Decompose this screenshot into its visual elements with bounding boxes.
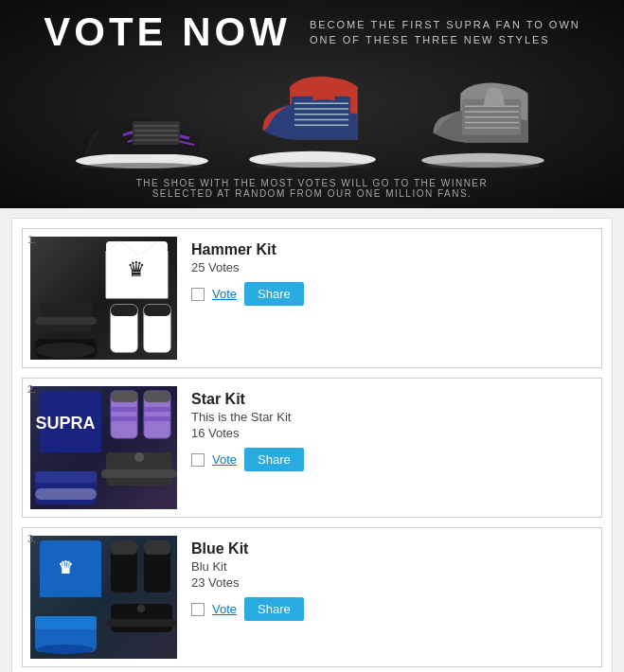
banner: VOTE NOW BECOME THE FIRST SUPRA FAN TO O… bbox=[0, 0, 624, 208]
svg-rect-49 bbox=[35, 488, 97, 500]
main-content: 1. ♛ Hammer Kit bbox=[11, 218, 613, 672]
item-info-2: Star Kit This is the Star Kit 16 Votes V… bbox=[191, 386, 594, 471]
item-actions-3: Vote Share bbox=[191, 597, 594, 621]
svg-rect-42 bbox=[144, 407, 170, 412]
banner-footer: THE SHOE WITH THE MOST VOTES WILL GO TO … bbox=[0, 178, 624, 199]
svg-rect-37 bbox=[111, 391, 137, 402]
banner-vote-now: VOTE NOW bbox=[44, 9, 291, 55]
item-votes-1: 25 Votes bbox=[191, 260, 594, 274]
svg-text:♛: ♛ bbox=[58, 558, 73, 577]
shoe-3: ✚ bbox=[407, 74, 559, 168]
shoe-1 bbox=[66, 93, 218, 168]
svg-rect-39 bbox=[111, 416, 137, 421]
item-card-3: 3. ♛ Blue Kit bbox=[22, 527, 602, 667]
svg-rect-43 bbox=[144, 416, 170, 421]
svg-rect-55 bbox=[144, 540, 170, 555]
banner-subtitle: BECOME THE FIRST SUPRA FAN TO OWN ONE OF… bbox=[310, 17, 580, 48]
item-image-1: ♛ bbox=[30, 237, 177, 360]
vote-checkbox-2[interactable] bbox=[191, 453, 205, 467]
shoe-2 bbox=[237, 69, 388, 168]
item-title-1: Hammer Kit bbox=[191, 241, 594, 258]
svg-rect-31 bbox=[144, 305, 170, 316]
item-desc-2: This is the Star Kit bbox=[191, 410, 594, 424]
share-button-1[interactable]: Share bbox=[244, 282, 304, 306]
item-image-2: SUPRA bbox=[30, 386, 177, 509]
item-title-3: Blue Kit bbox=[191, 540, 594, 557]
svg-rect-45 bbox=[101, 469, 177, 478]
banner-title-row: VOTE NOW BECOME THE FIRST SUPRA FAN TO O… bbox=[0, 9, 624, 55]
vote-link-1[interactable]: Vote bbox=[212, 287, 237, 301]
svg-rect-25 bbox=[35, 317, 97, 325]
item-card-2: 2. SUPRA bbox=[22, 378, 602, 518]
item-votes-2: 16 Votes bbox=[191, 426, 594, 440]
svg-point-61 bbox=[37, 645, 94, 654]
item-desc-3: Blu Kit bbox=[191, 559, 594, 574]
svg-text:♛: ♛ bbox=[127, 257, 146, 281]
item-info-1: Hammer Kit 25 Votes Vote Share bbox=[191, 237, 594, 306]
svg-point-58 bbox=[137, 605, 145, 612]
svg-rect-48 bbox=[35, 471, 97, 483]
item-card-1: 1. ♛ Hammer Kit bbox=[22, 228, 602, 368]
item-image-3: ♛ bbox=[30, 536, 177, 659]
item-number-1: 1. bbox=[27, 234, 36, 245]
banner-content: VOTE NOW BECOME THE FIRST SUPRA FAN TO O… bbox=[0, 9, 624, 199]
item-title-2: Star Kit bbox=[191, 391, 594, 408]
item-number-2: 2. bbox=[27, 383, 36, 395]
vote-link-3[interactable]: Vote bbox=[212, 602, 237, 616]
svg-point-33 bbox=[35, 343, 96, 358]
shoes-row: ✚ bbox=[0, 64, 624, 168]
svg-rect-41 bbox=[144, 391, 170, 402]
svg-rect-60 bbox=[35, 616, 97, 629]
vote-checkbox-3[interactable] bbox=[191, 603, 205, 616]
svg-rect-29 bbox=[111, 305, 137, 316]
item-number-3: 3. bbox=[27, 533, 36, 544]
svg-rect-57 bbox=[106, 619, 177, 627]
vote-checkbox-1[interactable] bbox=[191, 288, 205, 301]
svg-rect-1 bbox=[133, 121, 180, 145]
svg-point-46 bbox=[134, 452, 144, 462]
svg-rect-53 bbox=[111, 540, 137, 555]
vote-link-2[interactable]: Vote bbox=[212, 452, 237, 467]
item-actions-2: Vote Share bbox=[191, 448, 594, 471]
item-votes-3: 23 Votes bbox=[191, 575, 594, 590]
share-button-2[interactable]: Share bbox=[244, 448, 304, 471]
svg-rect-38 bbox=[111, 407, 137, 412]
svg-text:SUPRA: SUPRA bbox=[35, 414, 95, 433]
item-info-3: Blue Kit Blu Kit 23 Votes Vote Share bbox=[191, 536, 594, 621]
share-button-3[interactable]: Share bbox=[244, 597, 304, 621]
item-actions-1: Vote Share bbox=[191, 282, 594, 306]
